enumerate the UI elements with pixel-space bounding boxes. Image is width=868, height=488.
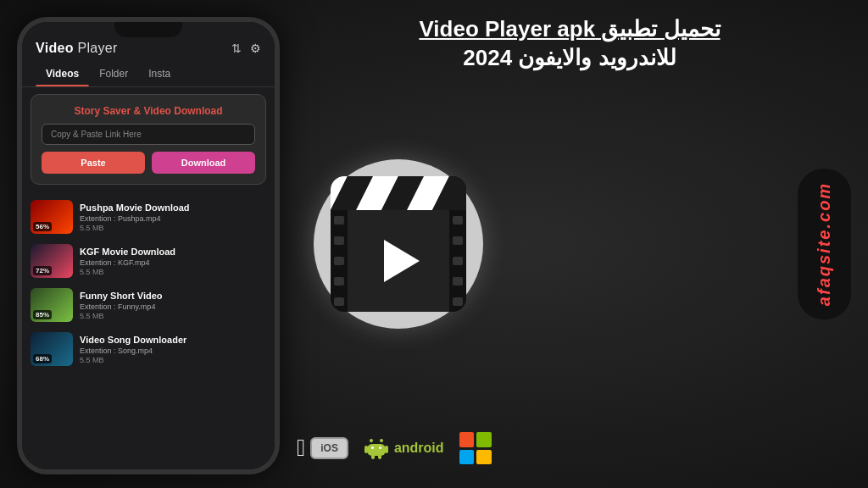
clapper-top <box>331 176 466 210</box>
page-wrapper: Video Player ⇅ ⚙ Videos Folder Insta <box>0 0 868 488</box>
download-info: Video Song Downloader Extention : Song.m… <box>80 335 266 364</box>
film-hole <box>453 277 463 286</box>
download-item[interactable]: 68% Video Song Downloader Extention : So… <box>22 327 275 371</box>
story-saver-section: Story Saver & Video Download Copy & Past… <box>31 94 266 185</box>
film-hole <box>334 277 344 286</box>
svg-point-8 <box>379 438 383 442</box>
download-info: KGF Movie Download Extention : KGF.mp4 5… <box>80 247 266 276</box>
svg-rect-13 <box>378 454 381 459</box>
platform-android: android <box>364 435 444 461</box>
story-buttons: Paste Download <box>42 152 255 174</box>
download-list: 56% Pushpa Movie Download Extention : Pu… <box>22 191 275 469</box>
download-info: Pushpa Movie Download Extention : Pushpa… <box>80 202 266 232</box>
sort-icon[interactable]: ⇅ <box>231 42 242 55</box>
download-ext: Extention : Pushpa.mp4 <box>80 214 266 223</box>
app-tabs: Videos Folder Insta <box>22 63 275 87</box>
win-pane-1 <box>459 432 475 447</box>
svg-rect-10 <box>364 446 368 453</box>
windows-logo-icon <box>459 432 492 464</box>
story-input[interactable]: Copy & Paste Link Here <box>42 124 255 145</box>
header-icons: ⇅ ⚙ <box>231 42 261 55</box>
download-name: KGF Movie Download <box>80 247 266 257</box>
clapper-circle <box>314 159 483 329</box>
film-hole <box>334 297 344 306</box>
download-name: Video Song Downloader <box>80 335 266 345</box>
film-hole <box>453 297 463 306</box>
download-size: 5.5 MB <box>80 224 266 232</box>
download-size: 5.5 MB <box>80 268 266 276</box>
win-pane-4 <box>476 450 492 465</box>
download-item[interactable]: 85% Funny Short Video Extention : Funny.… <box>22 283 275 327</box>
phone-notch <box>114 22 182 37</box>
download-item[interactable]: 56% Pushpa Movie Download Extention : Pu… <box>22 195 275 239</box>
tab-insta[interactable]: Insta <box>138 63 181 86</box>
phone-mockup: Video Player ⇅ ⚙ Videos Folder Insta <box>17 17 280 474</box>
settings-icon[interactable]: ⚙ <box>250 42 261 55</box>
apple-logo-icon:  <box>297 435 305 462</box>
download-button[interactable]: Download <box>152 152 255 174</box>
tab-folder[interactable]: Folder <box>89 63 138 86</box>
download-thumb: 72% <box>31 244 73 278</box>
platform-windows <box>459 432 492 464</box>
download-size: 5.5 MB <box>80 312 266 320</box>
story-title: Story Saver & Video Download <box>42 105 255 117</box>
watermark-badge: afaqsite.com <box>798 169 851 319</box>
film-hole <box>334 257 344 265</box>
svg-rect-15 <box>379 446 381 449</box>
film-hole <box>453 216 463 225</box>
paste-button[interactable]: Paste <box>42 152 145 174</box>
download-info: Funny Short Video Extention : Funny.mp4 … <box>80 291 266 320</box>
progress-badge: 68% <box>33 354 52 363</box>
clapper-body <box>331 210 466 312</box>
android-label: android <box>394 441 444 456</box>
win-pane-2 <box>476 432 492 447</box>
phone-screen: Video Player ⇅ ⚙ Videos Folder Insta <box>22 22 275 469</box>
clapper-inner <box>331 176 466 312</box>
filmstrip-right <box>449 210 466 312</box>
app-title: Video Player <box>36 41 118 56</box>
clapperboard-icon <box>314 159 483 329</box>
download-item[interactable]: 72% KGF Movie Download Extention : KGF.m… <box>22 239 275 283</box>
download-ext: Extention : Funny.mp4 <box>80 302 266 311</box>
progress-badge: 85% <box>33 310 52 319</box>
arabic-line2: للاندرويد والايفون 2024 <box>288 44 851 73</box>
tab-videos[interactable]: Videos <box>36 63 89 86</box>
download-size: 5.5 MB <box>80 356 266 364</box>
svg-point-7 <box>369 438 373 442</box>
filmstrip-left <box>331 210 348 312</box>
ios-badge: iOS <box>310 437 348 459</box>
platform-icons:  iOS android <box>297 432 492 464</box>
film-hole <box>334 236 344 245</box>
svg-rect-9 <box>367 444 386 456</box>
android-logo-icon <box>364 435 389 461</box>
svg-rect-14 <box>371 446 374 449</box>
svg-rect-11 <box>385 446 388 453</box>
arabic-line1: تحميل تطبيق Video Player apk <box>288 15 851 44</box>
svg-rect-12 <box>371 454 375 459</box>
progress-badge: 56% <box>33 222 52 231</box>
download-ext: Extention : KGF.mp4 <box>80 258 266 267</box>
download-name: Pushpa Movie Download <box>80 202 266 213</box>
film-hole <box>453 257 463 265</box>
film-hole <box>453 236 463 245</box>
win-pane-3 <box>459 450 475 465</box>
download-name: Funny Short Video <box>80 291 266 301</box>
arabic-title: تحميل تطبيق Video Player apk للاندرويد و… <box>288 15 851 73</box>
progress-badge: 72% <box>33 266 52 275</box>
film-hole <box>334 216 344 225</box>
download-thumb: 85% <box>31 288 73 322</box>
download-ext: Extention : Song.mp4 <box>80 347 266 355</box>
platform-apple:  iOS <box>297 435 348 462</box>
download-thumb: 68% <box>31 332 73 366</box>
play-button-icon <box>384 240 420 282</box>
download-thumb: 56% <box>31 200 73 234</box>
